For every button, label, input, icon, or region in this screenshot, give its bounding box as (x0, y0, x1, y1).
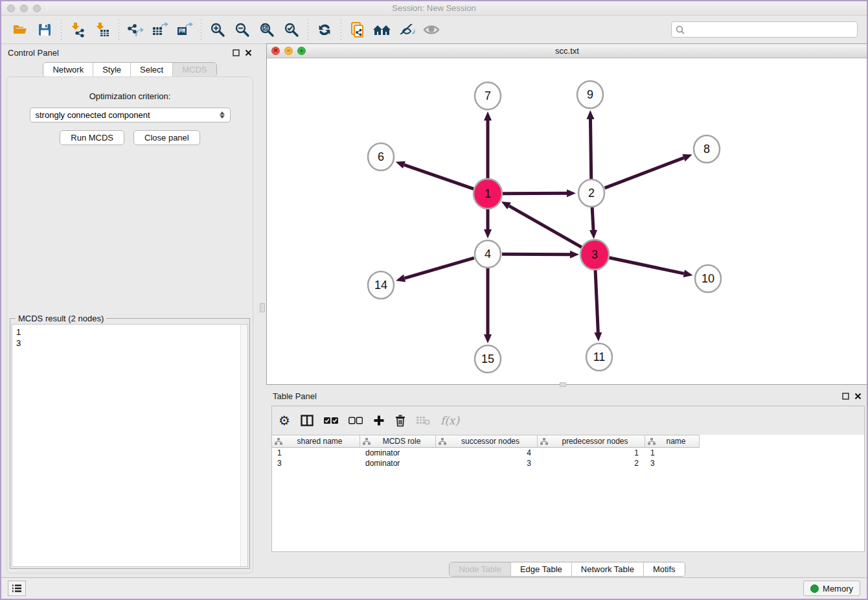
vertical-splitter[interactable] (258, 44, 266, 579)
graph-node-8[interactable]: 8 (694, 135, 720, 163)
table-cell[interactable]: 1 (645, 448, 700, 458)
horizontal-splitter-handle[interactable] (560, 382, 566, 387)
import-network-icon[interactable] (65, 18, 90, 41)
table-tab-edge-table[interactable]: Edge Table (510, 562, 571, 576)
import-table-icon[interactable] (90, 18, 115, 41)
table-row[interactable]: 3dominator323 (272, 458, 864, 468)
graph-node-9[interactable]: 9 (577, 81, 603, 108)
table-cell[interactable]: dominator (360, 448, 436, 458)
zoom-out-icon[interactable] (230, 18, 255, 41)
control-panel-tabs: NetworkStyleSelectMCDS (43, 62, 216, 77)
graph-node-7[interactable]: 7 (475, 82, 501, 110)
table-cell[interactable]: 1 (272, 448, 360, 458)
graph-edge-2-9[interactable] (587, 110, 595, 179)
close-panel-icon[interactable] (245, 49, 252, 56)
tree-icon (275, 438, 282, 445)
tab-style[interactable]: Style (93, 63, 130, 76)
table-row[interactable]: 1dominator411 (272, 448, 864, 458)
graph-node-3[interactable]: 3 (580, 240, 609, 270)
float-panel-icon[interactable] (233, 49, 240, 56)
graph-node-14[interactable]: 14 (368, 271, 394, 299)
hide-details-icon[interactable] (394, 18, 419, 41)
column-header-predecessor-nodes[interactable]: predecessor nodes (538, 435, 645, 448)
network-window-title: scc.txt (267, 46, 867, 56)
table-cell[interactable]: 2 (538, 458, 645, 468)
columns-icon[interactable] (301, 411, 314, 430)
tab-mcds[interactable]: MCDS (172, 63, 216, 76)
first-neighbors-icon[interactable] (370, 18, 394, 41)
clone-network-icon[interactable] (345, 18, 370, 41)
graph-node-1[interactable]: 1 (474, 179, 502, 209)
float-table-panel-icon[interactable] (842, 393, 849, 400)
optimization-select[interactable]: strongly connected component (30, 108, 231, 122)
graph-edge-1-6[interactable] (396, 161, 475, 189)
graph-node-2[interactable]: 2 (578, 179, 604, 207)
column-header-name[interactable]: name (645, 435, 700, 448)
tab-network[interactable]: Network (43, 63, 93, 76)
graph-edge-1-2[interactable] (502, 189, 576, 197)
table-cell[interactable]: 1 (538, 448, 645, 458)
graph-edge-2-3[interactable] (589, 207, 597, 239)
mcds-result-text[interactable]: 1 3 (12, 324, 248, 567)
export-image-icon[interactable] (172, 18, 197, 41)
run-mcds-button[interactable]: Run MCDS (60, 130, 124, 145)
table-cell[interactable]: 4 (436, 448, 538, 458)
graph-edge-3-10[interactable] (609, 258, 693, 277)
select-all-icon[interactable] (324, 411, 338, 430)
table-tab-node-table[interactable]: Node Table (450, 562, 510, 576)
zoom-selected-icon[interactable] (279, 18, 304, 41)
search-input[interactable] (687, 25, 853, 34)
mcds-result-scrollbar[interactable] (240, 325, 247, 566)
zoom-fit-icon[interactable] (255, 18, 279, 41)
search-field[interactable] (671, 21, 858, 38)
splitter-handle[interactable] (260, 303, 265, 312)
graph-edge-4-14[interactable] (396, 258, 474, 282)
table-cell[interactable]: dominator (360, 458, 436, 468)
show-details-icon[interactable] (419, 18, 444, 41)
graph-node-11[interactable]: 11 (586, 343, 612, 371)
graph-edge-4-3[interactable] (502, 251, 579, 259)
table-cell[interactable]: 3 (645, 458, 700, 468)
table-cell[interactable]: 3 (272, 458, 360, 468)
graph-edge-1-4[interactable] (484, 208, 492, 238)
column-header-successor-nodes[interactable]: successor nodes (436, 435, 538, 448)
task-history-button[interactable] (8, 581, 26, 596)
column-header-mcds-role[interactable]: MCDS role (360, 435, 436, 448)
delete-table-icon[interactable] (416, 411, 430, 430)
graph-node-10[interactable]: 10 (695, 265, 721, 292)
table-toolbar: ⚙ f(x) (272, 406, 864, 435)
graph-node-4[interactable]: 4 (475, 240, 501, 268)
table-settings-gear-icon[interactable]: ⚙ (279, 411, 290, 430)
deselect-all-icon[interactable] (348, 411, 363, 430)
table-header-row: shared nameMCDS rolesuccessor nodesprede… (272, 435, 864, 448)
open-folder-icon[interactable] (8, 18, 32, 41)
table-cell[interactable]: 3 (436, 458, 538, 468)
graph-edge-3-1[interactable] (501, 202, 582, 248)
refresh-icon[interactable] (312, 18, 337, 41)
graph-node-15[interactable]: 15 (475, 345, 501, 373)
close-panel-button[interactable]: Close panel (133, 130, 200, 145)
add-column-icon[interactable] (373, 411, 385, 430)
graph-edge-3-11[interactable] (594, 269, 602, 341)
export-network-icon[interactable] (123, 18, 148, 41)
table-tab-motifs[interactable]: Motifs (643, 562, 685, 576)
column-header-shared-name[interactable]: shared name (272, 435, 360, 448)
node-label: 14 (374, 279, 387, 292)
delete-column-trash-icon[interactable] (395, 411, 405, 430)
close-table-panel-icon[interactable] (854, 393, 862, 400)
table-tab-network-table[interactable]: Network Table (571, 562, 643, 576)
function-builder-icon[interactable]: f(x) (440, 411, 459, 430)
graph-edge-4-15[interactable] (484, 268, 492, 343)
export-table-icon[interactable] (148, 18, 172, 41)
tab-select[interactable]: Select (130, 63, 172, 76)
save-icon[interactable] (32, 18, 57, 41)
network-canvas[interactable]: 7968124314101511 (267, 58, 867, 384)
node-label: 9 (587, 88, 593, 101)
graph-edge-1-7[interactable] (484, 111, 492, 179)
graph-edge-2-8[interactable] (605, 154, 692, 188)
optimization-value: strongly connected component (36, 110, 150, 120)
memory-button[interactable]: Memory (803, 581, 860, 596)
zoom-in-icon[interactable] (205, 18, 230, 41)
graph-node-6[interactable]: 6 (368, 143, 394, 170)
network-window-titlebar[interactable]: ✕ − ＋ scc.txt (267, 44, 867, 58)
